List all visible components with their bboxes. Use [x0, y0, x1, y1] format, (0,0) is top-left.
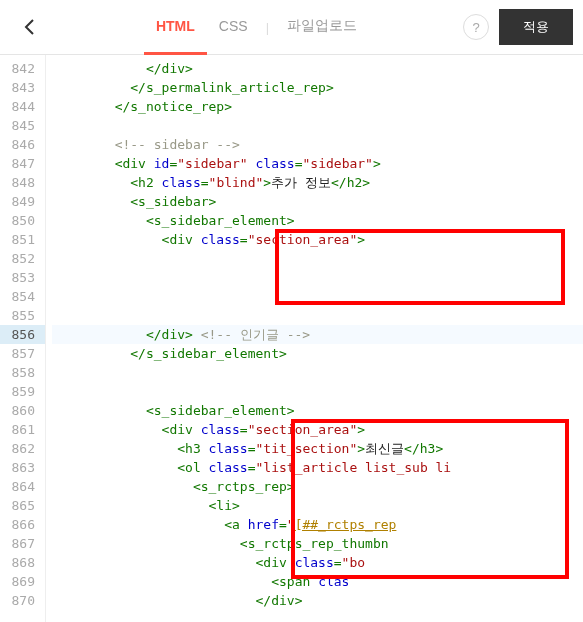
code-line[interactable]: <li>: [52, 496, 583, 515]
code-line[interactable]: [52, 249, 583, 268]
code-line[interactable]: <h3 class="tit_section">최신글</h3>: [52, 439, 583, 458]
line-number: 846: [0, 135, 45, 154]
line-number: 867: [0, 534, 45, 553]
code-line[interactable]: <div class="bo: [52, 553, 583, 572]
tab-html[interactable]: HTML: [144, 0, 207, 55]
code-line[interactable]: <s_sidebar_element>: [52, 211, 583, 230]
line-number: 855: [0, 306, 45, 325]
code-line[interactable]: </s_sidebar_element>: [52, 344, 583, 363]
apply-button[interactable]: 적용: [499, 9, 573, 45]
line-number: 853: [0, 268, 45, 287]
code-line[interactable]: </div>: [52, 591, 583, 610]
code-line[interactable]: [52, 382, 583, 401]
line-number: 842: [0, 59, 45, 78]
line-number: 870: [0, 591, 45, 610]
code-line[interactable]: [52, 116, 583, 135]
help-button[interactable]: ?: [463, 14, 489, 40]
line-number: 865: [0, 496, 45, 515]
code-line[interactable]: <div id="sidebar" class="sidebar">: [52, 154, 583, 173]
code-line[interactable]: [52, 287, 583, 306]
code-line[interactable]: </div> <!-- 인기글 -->: [52, 325, 583, 344]
line-number: 864: [0, 477, 45, 496]
tab-css[interactable]: CSS: [207, 0, 260, 55]
line-number: 844: [0, 97, 45, 116]
code-line[interactable]: <ol class="list_article list_sub li: [52, 458, 583, 477]
line-number: 866: [0, 515, 45, 534]
code-line[interactable]: [52, 363, 583, 382]
arrow-left-icon: [20, 17, 40, 37]
code-line[interactable]: <div class="section_area">: [52, 420, 583, 439]
code-line[interactable]: <h2 class="blind">추가 정보</h2>: [52, 173, 583, 192]
line-number: 848: [0, 173, 45, 192]
code-line[interactable]: </s_notice_rep>: [52, 97, 583, 116]
line-number: 862: [0, 439, 45, 458]
code-line[interactable]: <s_sidebar_element>: [52, 401, 583, 420]
back-button[interactable]: [10, 7, 50, 47]
code-line[interactable]: <!-- sidebar -->: [52, 135, 583, 154]
code-line[interactable]: <s_rctps_rep>: [52, 477, 583, 496]
code-line[interactable]: [52, 268, 583, 287]
line-number: 859: [0, 382, 45, 401]
code-editor[interactable]: 8428438448458468478488498508518528538548…: [0, 55, 583, 622]
code-line[interactable]: <s_sidebar>: [52, 192, 583, 211]
line-number: 850: [0, 211, 45, 230]
line-number: 852: [0, 249, 45, 268]
line-number: 851: [0, 230, 45, 249]
code-line[interactable]: <div class="section_area">: [52, 230, 583, 249]
line-number: 863: [0, 458, 45, 477]
code-line[interactable]: </s_permalink_article_rep>: [52, 78, 583, 97]
line-number: 869: [0, 572, 45, 591]
code-line[interactable]: <span clas: [52, 572, 583, 591]
line-number: 860: [0, 401, 45, 420]
line-number: 856: [0, 325, 45, 344]
line-number: 854: [0, 287, 45, 306]
line-number: 857: [0, 344, 45, 363]
code-area[interactable]: </div> </s_permalink_article_rep> </s_no…: [46, 55, 583, 622]
line-number: 861: [0, 420, 45, 439]
line-number: 858: [0, 363, 45, 382]
header: HTML CSS | 파일업로드 ? 적용: [0, 0, 583, 55]
line-number: 847: [0, 154, 45, 173]
line-number: 868: [0, 553, 45, 572]
line-number: 849: [0, 192, 45, 211]
code-line[interactable]: [52, 306, 583, 325]
tabs: HTML CSS | 파일업로드: [50, 0, 463, 55]
code-line[interactable]: <s_rctps_rep_thumbn: [52, 534, 583, 553]
tab-divider: |: [266, 20, 269, 35]
line-number: 845: [0, 116, 45, 135]
line-number: 843: [0, 78, 45, 97]
code-line[interactable]: </div>: [52, 59, 583, 78]
tab-upload[interactable]: 파일업로드: [275, 0, 369, 55]
line-gutter: 8428438448458468478488498508518528538548…: [0, 55, 46, 622]
code-line[interactable]: <a href="[##_rctps_rep: [52, 515, 583, 534]
